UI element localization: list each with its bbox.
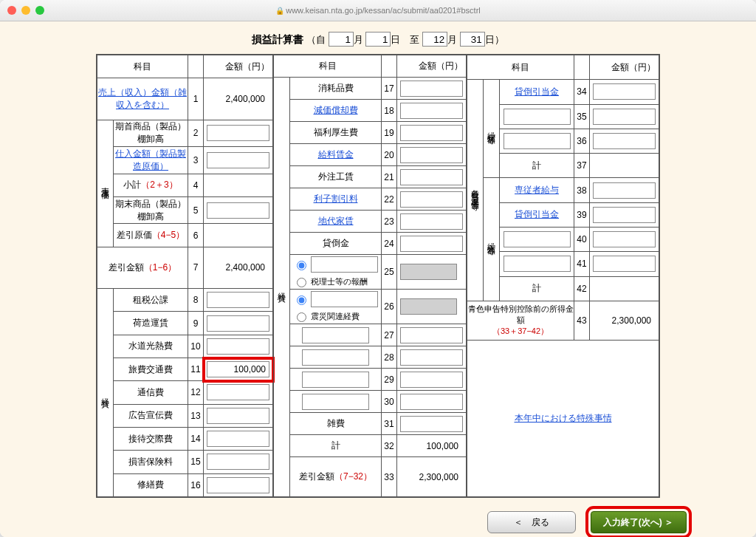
row-20-label[interactable]: 給料賃金 — [318, 149, 354, 160]
row-26-input — [400, 298, 457, 315]
row-13-input[interactable] — [207, 408, 269, 424]
row-3-input[interactable] — [207, 152, 269, 168]
row-31-input[interactable] — [400, 416, 463, 432]
row-14-label: 接待交際費 — [114, 427, 188, 450]
row-13-label: 広告宣伝費 — [114, 404, 188, 427]
row-16-input[interactable] — [207, 477, 269, 493]
row-24-input[interactable] — [400, 236, 463, 252]
row-26-radio-blank[interactable] — [297, 295, 306, 305]
page-title: 損益計算書 （自 月 日 至 月 日） — [252, 32, 504, 47]
row-7-value: 2,400,000 — [207, 262, 269, 273]
row-39-label[interactable]: 貸倒引当金 — [515, 209, 559, 219]
row-12-input[interactable] — [207, 384, 269, 400]
row-8-label: 租税公課 — [114, 289, 188, 312]
row-18-label[interactable]: 減価償却費 — [314, 105, 358, 115]
row-23-label[interactable]: 地代家賃 — [318, 216, 354, 226]
row-43-value: 2,300,000 — [593, 315, 656, 326]
row-9-label: 荷造運賃 — [114, 312, 188, 335]
row-43-label: 青色申告特別控除前の所得金額（33＋37−42） — [467, 301, 574, 340]
row-33-label: 差引金額（7−32） — [290, 457, 382, 497]
row-36-label-input[interactable] — [504, 133, 571, 149]
row-15-label: 損害保険料 — [114, 451, 188, 473]
row-32-value: 100,000 — [400, 441, 463, 451]
pl-sheet: 科目金額（円） 売上（収入）金額（雑収入を含む）12,400,000 売上原価期… — [96, 54, 660, 498]
row-42-label: 計 — [500, 276, 574, 301]
row-23-input[interactable] — [400, 213, 463, 230]
row-22-input[interactable] — [400, 191, 463, 208]
row-27-input[interactable] — [400, 327, 463, 343]
to-day-input[interactable] — [460, 32, 485, 47]
row-15-input[interactable] — [207, 454, 269, 470]
row-35-input[interactable] — [593, 109, 656, 125]
row-26-free-input[interactable] — [311, 291, 378, 307]
titlebar: 🔒www.keisan.nta.go.jp/kessan/ac/submit/a… — [0, 0, 756, 21]
subgroup-reversal: 繰戻額等 — [484, 80, 500, 178]
row-40-input[interactable] — [593, 231, 656, 247]
row-10-label: 水道光熱費 — [114, 335, 188, 358]
special-circumstances-link[interactable]: 本年中における特殊事情 — [515, 413, 612, 423]
from-day-input[interactable] — [365, 32, 391, 47]
row-38-label[interactable]: 専従者給与 — [515, 185, 559, 195]
next-button[interactable]: 入力終了(次へ) ＞ — [591, 511, 687, 533]
row-26-radio-opt[interactable] — [297, 312, 306, 322]
lock-icon: 🔒 — [275, 7, 284, 15]
row-19-label: 福利厚生費 — [290, 122, 382, 144]
row-40-label-input[interactable] — [504, 231, 571, 247]
row-25-radio-opt[interactable] — [297, 278, 306, 287]
row-12-label: 通信費 — [114, 381, 188, 404]
row-2-input[interactable] — [207, 125, 269, 141]
row-31-label: 雑費 — [290, 413, 382, 435]
row-14-input[interactable] — [207, 431, 269, 447]
row-28-label-input[interactable] — [302, 349, 369, 366]
row-16-label: 修繕費 — [114, 473, 188, 497]
row-25-free-input[interactable] — [311, 256, 378, 273]
col-amount: 金額（円） — [204, 55, 273, 78]
row-36-input[interactable] — [593, 133, 656, 149]
row-28-input[interactable] — [400, 349, 463, 366]
row-10-input[interactable] — [207, 338, 269, 355]
row-4-label: 小計（2＋3） — [114, 174, 188, 196]
col-kamoku: 科目 — [97, 55, 188, 78]
row-25-radio-blank[interactable] — [297, 261, 306, 270]
row-21-label: 外注工賃 — [290, 166, 382, 188]
row-22-label[interactable]: 利子割引料 — [314, 194, 358, 204]
row-2-label: 期首商品（製品）棚卸高 — [114, 120, 188, 147]
row-3-label[interactable]: 仕入金額（製品製造原価） — [115, 148, 186, 171]
row-20-input[interactable] — [400, 147, 463, 163]
row-8-input[interactable] — [207, 292, 269, 308]
group-reserves: 各種引当金・準備金等 — [467, 80, 484, 301]
row-17-label: 消耗品費 — [290, 78, 382, 100]
row-7-label: 差引金額（1−6） — [97, 247, 188, 288]
row-1-value: 2,400,000 — [207, 94, 269, 104]
row-37-label: 計 — [500, 154, 574, 178]
row-29-label-input[interactable] — [302, 372, 369, 388]
row-21-input[interactable] — [400, 169, 463, 185]
row-34-input[interactable] — [593, 83, 656, 100]
address-url: www.keisan.nta.go.jp/kessan/ac/submit/aa… — [286, 6, 481, 15]
row-27-label-input[interactable] — [302, 327, 369, 343]
group-expenses-1: 経費 — [97, 289, 114, 497]
row-1-label[interactable]: 売上（収入）金額（雑収入を含む） — [98, 87, 187, 110]
from-month-input[interactable] — [329, 32, 354, 47]
row-18-input[interactable] — [400, 103, 463, 119]
row-33-value: 2,300,000 — [400, 472, 463, 482]
row-41-input[interactable] — [593, 256, 656, 272]
row-35-label-input[interactable] — [504, 109, 571, 125]
row-11-input[interactable] — [207, 361, 269, 377]
back-button[interactable]: ＜ 戻る — [487, 511, 576, 533]
row-30-input[interactable] — [400, 394, 463, 410]
row-39-input[interactable] — [593, 207, 656, 223]
row-9-input[interactable] — [207, 315, 269, 332]
row-30-label-input[interactable] — [302, 394, 369, 410]
row-17-input[interactable] — [400, 81, 463, 97]
row-19-input[interactable] — [400, 125, 463, 141]
to-month-input[interactable] — [422, 32, 447, 47]
row-34-label[interactable]: 貸倒引当金 — [515, 86, 559, 97]
row-6-label: 差引原価（4−5） — [114, 224, 188, 247]
row-29-input[interactable] — [400, 372, 463, 388]
row-38-input[interactable] — [593, 182, 656, 199]
row-5-input[interactable] — [207, 202, 269, 219]
row-11-label: 旅費交通費 — [114, 358, 188, 381]
row-41-label-input[interactable] — [504, 256, 571, 272]
group-cost-of-sales: 売上原価 — [97, 120, 114, 247]
